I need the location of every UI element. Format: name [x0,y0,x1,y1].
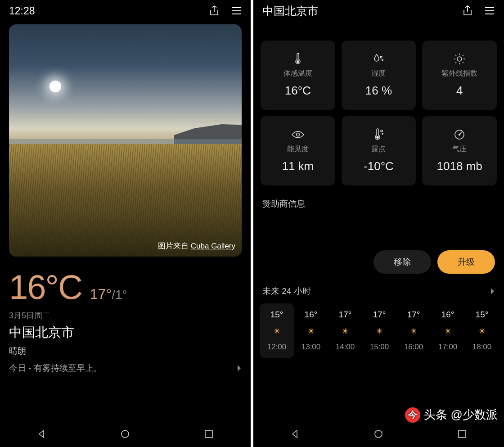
svg-point-4 [382,59,383,61]
temperature-block: 16°C 17°/1° [0,257,251,307]
hour-slot[interactable]: 16°13:00 [294,303,328,358]
next-24h-header[interactable]: 未来 24 小时 [253,274,504,297]
metric-card-uv[interactable]: 紫外线指数4 [422,41,497,110]
upgrade-button[interactable]: 升级 [437,250,495,274]
weather-app-detail-screen: 中国北京市 体感温度16°C湿度16 %紫外线指数4能见度11 km露点-10°… [253,0,504,447]
dewpoint-icon [373,128,384,141]
hour-time: 17:00 [438,343,458,352]
today-summary-row[interactable]: 今日 - 有雾持续至早上。 [0,362,251,374]
android-nav-bar [0,421,251,447]
thermometer-icon [293,53,302,65]
metric-label: 气压 [452,144,467,154]
uv-icon [453,53,466,65]
sun-icon [342,327,348,335]
hour-time: 15:00 [370,343,389,352]
temperature-low: 1° [115,288,127,302]
gauge-icon [454,128,465,141]
hour-temp: 17° [339,310,352,320]
hour-temp: 15° [476,310,489,320]
chevron-right-icon [490,288,495,295]
metric-label: 湿度 [371,69,386,78]
hour-slot[interactable]: 15°12:00 [260,303,294,358]
today-summary-text: 今日 - 有雾持续至早上。 [9,362,102,374]
svg-point-7 [377,136,378,138]
hour-slot[interactable]: 17°15:00 [362,303,396,358]
hour-time: 16:00 [404,343,423,352]
nav-home-icon[interactable] [374,429,383,439]
metric-value: 16 % [365,84,392,98]
hour-slot[interactable]: 16°17:00 [431,303,465,358]
svg-point-3 [380,56,382,58]
temperature-current: 16°C [9,267,82,307]
metric-value: 11 km [282,159,314,173]
svg-point-12 [375,430,382,438]
menu-icon[interactable] [231,6,242,15]
metric-value: 1018 mb [437,159,482,173]
sun-icon [376,327,382,335]
nav-home-icon[interactable] [120,429,130,439]
weather-image: 图片来自 Cuba Gallery [9,24,242,257]
share-icon[interactable] [463,5,472,16]
next-24h-title: 未来 24 小时 [262,285,311,297]
svg-point-0 [122,430,129,438]
condition-label: 晴朗 [9,345,242,357]
page-title: 中国北京市 [262,4,319,18]
android-nav-bar [253,421,504,447]
hour-temp: 15° [270,310,284,320]
image-credit-link[interactable]: Cuba Gallery [191,242,235,250]
watermark: 今 头条 @少数派 [405,407,498,423]
hour-time: 18:00 [472,343,492,352]
sponsor-label: 赞助商信息 [253,185,504,210]
sun-icon [308,327,314,335]
metric-value: -10°C [364,159,394,173]
weather-app-main-screen: 12:28 图片来自 Cuba Gallery 16°C 17°/1° [0,0,251,447]
share-icon[interactable] [209,5,219,16]
hour-temp: 17° [407,310,420,320]
hour-slot[interactable]: 17°16:00 [396,303,431,358]
svg-rect-13 [459,430,466,438]
sun-icon [445,327,451,335]
metric-card-thermometer[interactable]: 体感温度16°C [261,41,335,110]
title-bar: 中国北京市 [253,0,504,22]
status-time: 12:28 [9,5,35,17]
hour-slot[interactable]: 15°18:00 [465,303,499,358]
hour-time: 14:00 [336,343,355,352]
metric-card-humidity[interactable]: 湿度16 % [342,41,416,110]
metric-label: 露点 [371,144,386,154]
image-credit: 图片来自 Cuba Gallery [158,241,235,251]
metric-label: 体感温度 [284,69,312,78]
sun-icon [410,327,417,335]
hour-time: 12:00 [267,343,287,352]
nav-recent-icon[interactable] [457,429,467,439]
hourly-forecast-row[interactable]: 15°12:0016°13:0017°14:0017°15:0017°16:00… [253,297,504,358]
nav-back-icon[interactable] [290,429,300,439]
svg-point-2 [297,61,299,63]
metric-cards-grid: 体感温度16°C湿度16 %紫外线指数4能见度11 km露点-10°C气压101… [253,22,504,185]
metric-card-gauge[interactable]: 气压1018 mb [422,116,497,185]
toutiao-logo-icon: 今 [405,407,420,423]
metric-label: 能见度 [287,144,309,154]
metric-value: 16°C [285,84,311,98]
temperature-high: 17° [90,286,112,302]
sun-icon [479,327,485,335]
svg-rect-1 [205,430,212,438]
hour-slot[interactable]: 17°14:00 [328,303,362,358]
sun-icon [274,327,280,335]
eye-icon [291,128,305,141]
menu-icon[interactable] [484,6,495,15]
remove-button[interactable]: 移除 [374,250,431,274]
metric-card-eye[interactable]: 能见度11 km [261,116,335,185]
status-bar: 12:28 [0,0,251,22]
svg-point-5 [457,57,462,61]
nav-recent-icon[interactable] [204,429,214,439]
metric-label: 紫外线指数 [441,69,477,78]
metric-value: 4 [456,84,463,98]
hour-temp: 17° [373,310,386,320]
location-label: 中国北京市 [9,324,242,342]
metric-card-dewpoint[interactable]: 露点-10°C [342,116,416,185]
svg-point-9 [382,133,383,135]
chevron-right-icon [237,365,242,372]
svg-point-8 [381,130,382,132]
humidity-icon [373,53,384,65]
nav-back-icon[interactable] [37,429,47,439]
